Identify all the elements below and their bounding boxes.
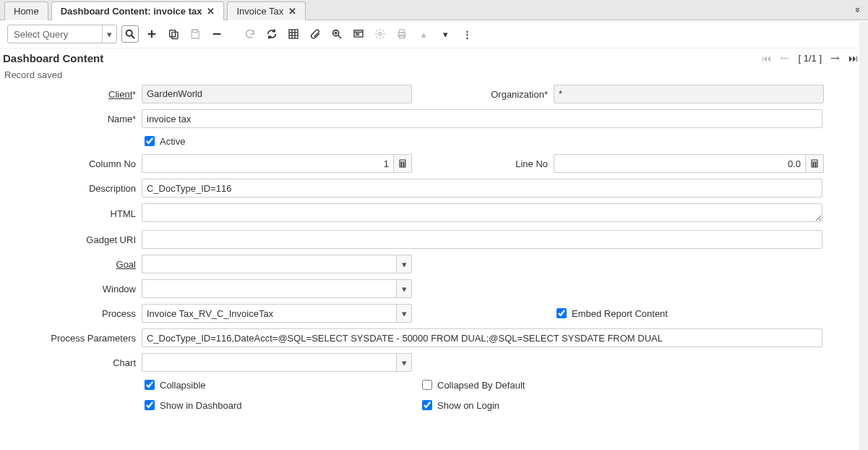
tab-label: Home — [14, 6, 39, 17]
column-no-input[interactable] — [142, 154, 393, 173]
grid-icon — [288, 28, 299, 40]
close-icon[interactable]: ✕ — [288, 6, 296, 17]
active-checkbox[interactable] — [145, 136, 155, 146]
chevron-down-icon[interactable]: ▾ — [396, 255, 412, 273]
tab-dashboard-content[interactable]: Dashboard Content: invoice tax ✕ — [51, 1, 225, 20]
undo-button — [241, 25, 259, 43]
query-selector[interactable]: Select Query ▾ — [7, 25, 117, 43]
chart-combo-input[interactable] — [142, 353, 396, 372]
new-button[interactable] — [143, 25, 160, 43]
description-input[interactable] — [142, 179, 822, 198]
minus-icon — [211, 28, 223, 40]
calculator-button[interactable] — [393, 154, 412, 173]
attachment-button[interactable] — [306, 25, 324, 43]
tab-label: Invoice Tax — [236, 6, 283, 17]
caret-up-icon: ▴ — [421, 29, 426, 40]
collapsible-checkbox[interactable] — [145, 380, 155, 390]
calculator-icon — [810, 159, 819, 168]
more-button[interactable]: ⋮ — [458, 25, 476, 43]
html-textarea[interactable] — [142, 203, 822, 222]
svg-rect-8 — [289, 30, 298, 38]
window-combo-input[interactable] — [142, 279, 396, 298]
chevron-down-icon[interactable]: ▾ — [396, 304, 412, 323]
plus-icon — [146, 28, 158, 40]
process-parameters-input[interactable] — [142, 328, 822, 347]
show-login-checkbox[interactable] — [422, 400, 432, 410]
chevron-down-icon[interactable]: ▾ — [396, 353, 412, 372]
tab-invoice-tax[interactable]: Invoice Tax ✕ — [227, 1, 306, 20]
name-label: Name — [108, 114, 133, 124]
line-no-label: Line No — [412, 158, 554, 169]
calculator-button[interactable] — [805, 154, 824, 173]
gadget-uri-label: Gadget URI — [7, 234, 142, 245]
collapsible-label: Collapsible — [160, 380, 206, 391]
organization-field: * — [554, 85, 824, 103]
last-record-icon[interactable]: ⏭ — [848, 53, 858, 64]
zoom-button[interactable] — [328, 25, 345, 43]
process-combo-input[interactable] — [142, 304, 396, 323]
toolbar: Select Query ▾ ▴ ▾ ⋮ — [0, 20, 868, 48]
refresh-icon — [266, 28, 278, 40]
window-label: Window — [7, 284, 142, 294]
search-icon — [124, 28, 136, 40]
record-navigator: ⏮ 🡐 [ 1/1 ] 🡒 ⏭ — [762, 53, 858, 64]
tab-home[interactable]: Home — [4, 1, 48, 20]
grid-toggle-button[interactable] — [285, 25, 302, 43]
embed-report-label: Embed Report Content — [572, 308, 668, 319]
name-input[interactable] — [142, 109, 822, 128]
chart-label: Chart — [7, 357, 142, 368]
tab-label: Dashboard Content: invoice tax — [61, 6, 202, 17]
query-selector-text: Select Query — [8, 29, 102, 40]
calculator-icon — [398, 159, 407, 168]
svg-rect-6 — [193, 30, 197, 33]
goal-label[interactable]: Goal — [116, 259, 136, 270]
show-dashboard-checkbox[interactable] — [145, 400, 155, 410]
chevron-down-icon[interactable]: ▾ — [396, 279, 412, 298]
print-button — [393, 25, 411, 43]
show-dashboard-label: Show in Dashboard — [160, 400, 241, 411]
collapsed-checkbox[interactable] — [422, 380, 432, 390]
window-tabs: Home Dashboard Content: invoice tax ✕ In… — [0, 0, 868, 20]
client-label[interactable]: Client — [108, 89, 132, 100]
organization-label[interactable]: Organization — [491, 89, 544, 100]
save-button — [186, 25, 204, 43]
child-record-button[interactable]: ▾ — [437, 25, 454, 43]
zoom-icon — [331, 28, 343, 40]
client-field: GardenWorld — [142, 85, 412, 103]
process-button — [371, 25, 389, 43]
svg-line-1 — [132, 35, 134, 38]
page-indicator: [ 1/1 ] — [798, 53, 822, 64]
caret-down-icon: ▾ — [443, 29, 448, 40]
kebab-icon: ⋮ — [463, 29, 472, 40]
process-parameters-label: Process Parameters — [7, 333, 142, 344]
parent-record-button: ▴ — [415, 25, 432, 43]
paperclip-icon — [309, 28, 321, 40]
embed-report-checkbox[interactable] — [557, 308, 567, 318]
svg-rect-4 — [170, 30, 176, 37]
next-record-icon[interactable]: 🡒 — [830, 53, 840, 64]
svg-rect-23 — [400, 30, 405, 33]
close-icon[interactable]: ✕ — [207, 6, 215, 17]
refresh-button[interactable] — [263, 25, 280, 43]
column-no-label: Column No — [7, 158, 142, 169]
show-login-label: Show on Login — [437, 400, 499, 411]
prev-record-icon: 🡐 — [780, 53, 789, 64]
delete-button[interactable] — [208, 25, 225, 43]
svg-line-14 — [338, 35, 341, 38]
line-no-input[interactable] — [554, 154, 805, 173]
form-area: Client* GardenWorld Organization* * Name… — [0, 85, 868, 412]
chevron-down-icon[interactable]: ▾ — [102, 25, 116, 43]
search-button[interactable] — [121, 25, 139, 43]
goal-combo-input[interactable] — [142, 255, 396, 273]
save-icon — [189, 28, 201, 40]
collapse-panel-icon[interactable]: » — [853, 7, 864, 12]
gadget-uri-input[interactable] — [142, 230, 822, 249]
print-icon — [396, 28, 408, 40]
copy-button[interactable] — [165, 25, 182, 43]
vertical-scrollbar[interactable] — [859, 22, 868, 450]
description-label: Description — [7, 183, 142, 194]
copy-icon — [168, 28, 179, 40]
collapsed-label: Collapsed By Default — [437, 380, 525, 391]
gear-icon — [374, 28, 386, 40]
report-button[interactable] — [350, 25, 367, 43]
